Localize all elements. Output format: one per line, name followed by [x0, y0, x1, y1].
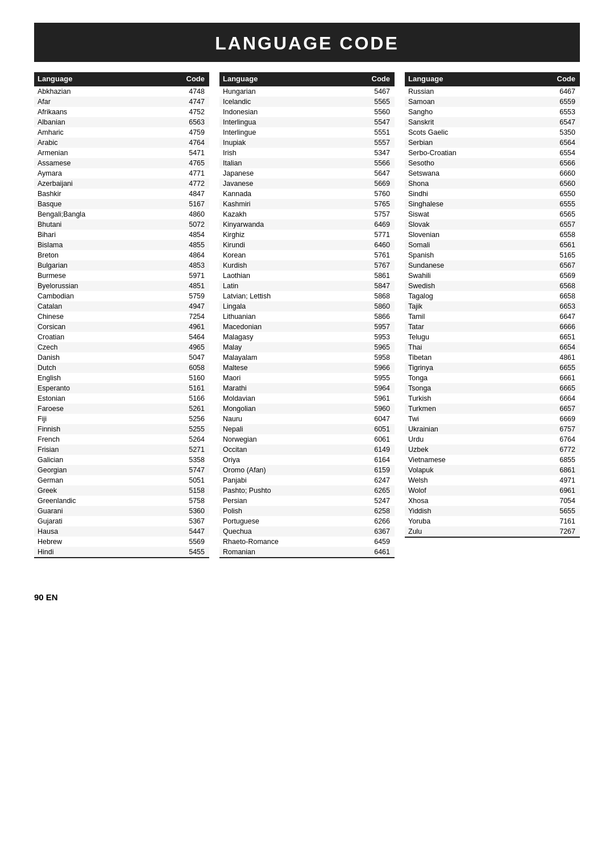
- table-row: Azerbaijani4772: [34, 178, 209, 189]
- lang-name: Greek: [34, 485, 179, 496]
- table-row: Albanian6563: [34, 117, 209, 127]
- table-row: Singhalese6555: [405, 199, 580, 209]
- table-row: Bulgarian4853: [34, 260, 209, 271]
- lang-code: 5256: [179, 414, 209, 424]
- lang-name: Slovak: [405, 219, 549, 230]
- lang-name: Corsican: [34, 322, 179, 332]
- lang-code: 6657: [549, 404, 580, 414]
- lang-name: Aymara: [34, 168, 179, 178]
- table-row: Maltese5966: [219, 363, 395, 373]
- lang-code: 5958: [364, 352, 395, 363]
- lang-name: Korean: [219, 250, 364, 260]
- lang-code: 6247: [364, 475, 395, 485]
- lang-name: Danish: [34, 352, 179, 363]
- table-row: Bashkir4847: [34, 189, 209, 199]
- lang-code: 5271: [179, 445, 209, 455]
- lang-code: 5264: [179, 434, 209, 445]
- lang-code: 6660: [549, 168, 580, 178]
- table-row: Wolof6961: [405, 485, 580, 496]
- lang-name: Somali: [405, 240, 549, 250]
- lang-code: 5158: [179, 485, 209, 496]
- lang-code: 6655: [549, 363, 580, 373]
- lang-code: 6553: [549, 107, 580, 117]
- table-row: Burmese5971: [34, 271, 209, 281]
- lang-code: 5455: [179, 547, 209, 558]
- table-row: Vietnamese6855: [405, 455, 580, 465]
- col3-lang-header: Language: [405, 72, 549, 86]
- table-row: Kazakh5757: [219, 209, 395, 219]
- table-row: Interlingua5547: [219, 117, 395, 127]
- lang-code: 6164: [364, 455, 395, 465]
- table-row: Urdu6764: [405, 434, 580, 445]
- lang-code: 5961: [364, 393, 395, 404]
- table-row: Siswat6565: [405, 209, 580, 219]
- table-row: Romanian6461: [219, 547, 395, 558]
- lang-code: 5565: [364, 97, 395, 107]
- lang-name: Uzbek: [405, 445, 549, 455]
- lang-name: Esperanto: [34, 383, 179, 393]
- lang-name: Afar: [34, 97, 179, 107]
- lang-name: English: [34, 373, 179, 383]
- lang-name: Volapuk: [405, 465, 549, 475]
- table-row: Volapuk6861: [405, 465, 580, 475]
- table-row: Nepali6051: [219, 424, 395, 434]
- table-row: Marathi5964: [219, 383, 395, 393]
- table-row: Kirghiz5771: [219, 230, 395, 240]
- table-row: Kirundi6460: [219, 240, 395, 250]
- table-row: Frisian5271: [34, 445, 209, 455]
- lang-name: Byelorussian: [34, 281, 179, 291]
- lang-code: 5760: [364, 189, 395, 199]
- lang-code: 4853: [179, 260, 209, 271]
- table-row: Macedonian5957: [219, 322, 395, 332]
- table-row: Swedish6568: [405, 281, 580, 291]
- lang-code: 6764: [549, 434, 580, 445]
- lang-code: 5072: [179, 219, 209, 230]
- table-row: Thai6654: [405, 342, 580, 352]
- lang-name: Frisian: [34, 445, 179, 455]
- lang-code: 6757: [549, 424, 580, 434]
- lang-code: 5464: [179, 332, 209, 342]
- lang-code: 6772: [549, 445, 580, 455]
- table-row: Lithuanian5866: [219, 312, 395, 322]
- lang-name: Singhalese: [405, 199, 549, 209]
- lang-code: 6061: [364, 434, 395, 445]
- lang-code: 5261: [179, 404, 209, 414]
- lang-code: 5955: [364, 373, 395, 383]
- lang-name: German: [34, 475, 179, 485]
- table-row: Russian6467: [405, 86, 580, 97]
- col3-code-header: Code: [549, 72, 580, 86]
- table-row: Abkhazian4748: [34, 86, 209, 97]
- lang-code: 7054: [549, 496, 580, 506]
- table-row: Mongolian5960: [219, 404, 395, 414]
- lang-code: 5255: [179, 424, 209, 434]
- lang-code: 5347: [364, 148, 395, 158]
- lang-name: Yoruba: [405, 516, 549, 526]
- lang-name: Finnish: [34, 424, 179, 434]
- table-row: Estonian5166: [34, 393, 209, 404]
- table-row: Sesotho6566: [405, 158, 580, 168]
- lang-name: Hindi: [34, 547, 179, 558]
- lang-code: 5757: [364, 209, 395, 219]
- table-row: Gujarati5367: [34, 516, 209, 526]
- lang-name: Norwegian: [219, 434, 364, 445]
- lang-code: 5569: [179, 537, 209, 547]
- lang-name: Tonga: [405, 373, 549, 383]
- col1-code-header: Code: [179, 72, 209, 86]
- table-row: Malayalam5958: [219, 352, 395, 363]
- lang-name: Scots Gaelic: [405, 127, 549, 138]
- table-row: Turkish6664: [405, 393, 580, 404]
- lang-name: Bhutani: [34, 219, 179, 230]
- lang-name: Estonian: [34, 393, 179, 404]
- lang-name: Albanian: [34, 117, 179, 127]
- table-row: Kashmiri5765: [219, 199, 395, 209]
- lang-code: 5047: [179, 352, 209, 363]
- lang-name: Pashto; Pushto: [219, 485, 364, 496]
- lang-name: Zulu: [405, 526, 549, 537]
- lang-name: Lithuanian: [219, 312, 364, 322]
- lang-name: Tajik: [405, 301, 549, 312]
- table-row: Nauru6047: [219, 414, 395, 424]
- lang-name: Hausa: [34, 526, 179, 537]
- lang-name: Swahili: [405, 271, 549, 281]
- lang-name: Serbo-Croatian: [405, 148, 549, 158]
- lang-name: Polish: [219, 506, 364, 516]
